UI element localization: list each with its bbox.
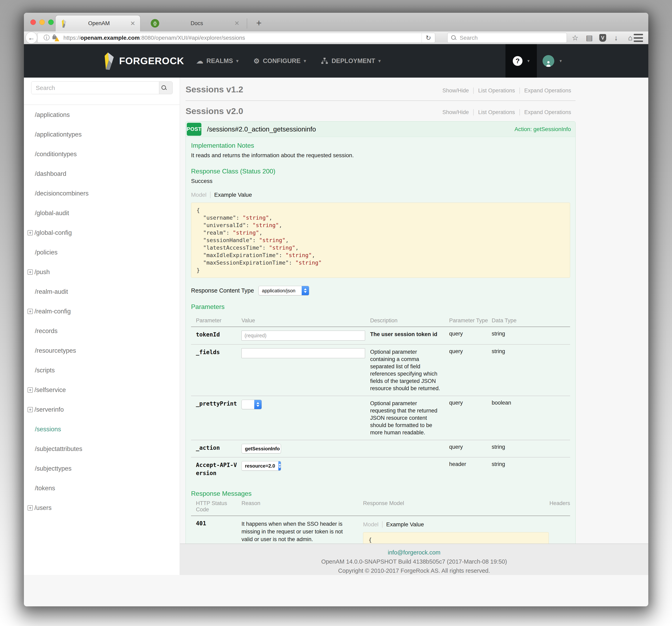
bookmark-star-icon[interactable]: ☆ — [571, 33, 579, 42]
tab-example-value[interactable]: Example Value — [211, 192, 252, 198]
forgerock-logo[interactable]: FORGEROCK — [103, 52, 184, 70]
reload-button[interactable]: ↻ — [422, 33, 435, 43]
sidebar-item-label: /records — [35, 328, 57, 335]
sidebar-search-input[interactable] — [31, 82, 159, 94]
url-text: https://openam.example.com:8080/openam/X… — [64, 34, 422, 41]
sidebar-item-serverinfo[interactable]: +/serverinfo — [24, 400, 180, 419]
sidebar-item-selfservice[interactable]: +/selfservice — [24, 380, 180, 400]
operation-path[interactable]: /sessions#2.0_action_getsessioninfo — [207, 125, 316, 133]
parameter-data-type: string — [492, 348, 570, 392]
tab-openam[interactable]: OpenAM ✕ — [55, 15, 140, 31]
sidebar-item-resourcetypes[interactable]: /resourcetypes — [24, 341, 180, 360]
sidebar-item-users[interactable]: +/users — [24, 498, 180, 517]
sidebar-item-push[interactable]: +/push — [24, 262, 180, 282]
sidebar-item-global-config[interactable]: +/global-config — [24, 223, 180, 242]
zoom-window-button[interactable] — [48, 20, 54, 25]
footer-email-link[interactable]: info@forgerock.com — [180, 549, 648, 556]
section-link-show-hide[interactable]: Show/Hide — [438, 88, 474, 94]
expand-icon[interactable]: + — [28, 387, 33, 393]
column-header: Parameter Type — [449, 317, 492, 324]
sidebar-item-dashboard[interactable]: /dashboard — [24, 164, 180, 184]
column-header: Description — [370, 317, 449, 324]
parameter-select[interactable] — [241, 400, 262, 409]
sidebar-item-sessions[interactable]: /sessions — [24, 419, 180, 439]
menu-icon[interactable] — [634, 34, 643, 42]
sidebar-item-realm-config[interactable]: +/realm-config — [24, 302, 180, 321]
sidebar-item-applicationtypes[interactable]: /applicationtypes — [24, 125, 180, 144]
section-link-expand-operations[interactable]: Expand Operations — [520, 109, 576, 116]
expand-icon[interactable]: + — [28, 230, 33, 235]
reading-list-icon[interactable]: ▤ — [585, 33, 594, 42]
selected-value: getSessionInfo — [242, 446, 281, 452]
user-menu[interactable]: ▾ — [543, 44, 562, 78]
sidebar-item-label: /applications — [35, 111, 70, 119]
sidebar-item-policies[interactable]: /policies — [24, 242, 180, 262]
sidebar-item-label: /serverinfo — [34, 406, 64, 413]
success-example-json: { "username": "string", "universalId": "… — [191, 202, 570, 278]
shield-icon[interactable]: V — [599, 34, 606, 42]
chevron-down-icon: ▾ — [236, 58, 238, 64]
parameter-description — [370, 444, 449, 453]
insecure-lock-icon[interactable] — [52, 34, 59, 41]
section-link-show-hide[interactable]: Show/Hide — [438, 109, 474, 116]
parameter-input[interactable] — [241, 331, 365, 341]
sidebar-item-applications[interactable]: /applications — [24, 105, 180, 125]
operation-header[interactable]: POST /sessions#2.0_action_getsessioninfo… — [186, 122, 575, 137]
browser-search-field[interactable]: Search — [447, 33, 567, 43]
parameter-select[interactable]: resource=2.0 — [241, 461, 281, 471]
selected-value: application/json — [259, 288, 298, 293]
sidebar-item-subjecttypes[interactable]: /subjecttypes — [24, 459, 180, 478]
footer-copyright-text: Copyright © 2010-2017 ForgeRock AS. All … — [180, 568, 648, 574]
expand-icon[interactable]: + — [28, 407, 33, 412]
close-window-button[interactable] — [30, 20, 36, 25]
section-divider — [186, 100, 576, 101]
sidebar-search — [31, 81, 173, 94]
tab-docs[interactable]: {} Docs ✕ — [145, 15, 245, 31]
sidebar-search-button[interactable] — [159, 82, 172, 94]
section-link-list-operations[interactable]: List Operations — [473, 88, 520, 94]
sidebar-item-tokens[interactable]: /tokens — [24, 478, 180, 498]
tab-close-icon[interactable]: ✕ — [130, 21, 135, 27]
sidebar-item-realm-audit[interactable]: /realm-audit — [24, 282, 180, 302]
sidebar-item-global-audit[interactable]: /global-audit — [24, 203, 180, 223]
help-menu[interactable]: ? ▾ — [505, 44, 537, 78]
expand-icon[interactable]: + — [28, 505, 33, 510]
operation-body: Implementation Notes It reads and return… — [186, 137, 575, 575]
section-link-list-operations[interactable]: List Operations — [473, 109, 520, 116]
back-button[interactable]: ← — [26, 32, 37, 44]
tab-model[interactable]: Model — [191, 192, 211, 198]
parameter-select[interactable]: getSessionInfo — [241, 444, 281, 453]
sidebar-item-subjectattributes[interactable]: /subjectattributes — [24, 439, 180, 459]
column-header: Value — [241, 317, 370, 324]
sidebar-item-decisioncombiners[interactable]: /decisioncombiners — [24, 184, 180, 203]
expand-icon[interactable]: + — [28, 269, 33, 275]
new-tab-button[interactable]: + — [253, 17, 265, 29]
minimize-window-button[interactable] — [39, 20, 45, 25]
sidebar-item-conditiontypes[interactable]: /conditiontypes — [24, 144, 180, 164]
nav-configure[interactable]: ⚙ CONFIGURE ▾ — [254, 57, 306, 65]
expand-icon[interactable]: + — [28, 309, 33, 314]
download-icon[interactable]: ↓ — [612, 33, 620, 42]
tab-example-value[interactable]: Example Value — [383, 521, 424, 528]
sidebar-item-scripts[interactable]: /scripts — [24, 360, 180, 380]
nav-realms[interactable]: ☁ REALMS ▾ — [196, 57, 238, 65]
home-icon[interactable]: ⌂ — [626, 33, 634, 42]
tab-close-icon[interactable]: ✕ — [234, 20, 239, 26]
page-info-icon[interactable]: ⓘ — [44, 33, 50, 42]
select-stepper-icon — [278, 461, 281, 471]
tab-model[interactable]: Model — [363, 521, 383, 528]
select-stepper-icon — [254, 400, 262, 409]
response-content-type-select[interactable]: application/json — [259, 286, 309, 295]
model-example-tabs: Model Example Value — [191, 190, 570, 199]
select-stepper-icon — [302, 286, 309, 295]
parameter-description: Optional parameter containing a comma se… — [370, 348, 449, 392]
sidebar-item-label: /global-audit — [35, 210, 69, 217]
parameter-input[interactable] — [241, 348, 365, 358]
section-link-expand-operations[interactable]: Expand Operations — [520, 88, 576, 94]
sidebar-item-records[interactable]: /records — [24, 321, 180, 341]
url-bar[interactable]: ⓘ https://openam.example.com:8080/openam… — [37, 33, 435, 43]
nav-deployment[interactable]: DEPLOYMENT ▾ — [321, 57, 381, 65]
wrench-icon: ⚙ — [254, 57, 260, 65]
parameter-type: header — [449, 461, 492, 477]
sidebar: /applications/applicationtypes/condition… — [24, 78, 180, 575]
